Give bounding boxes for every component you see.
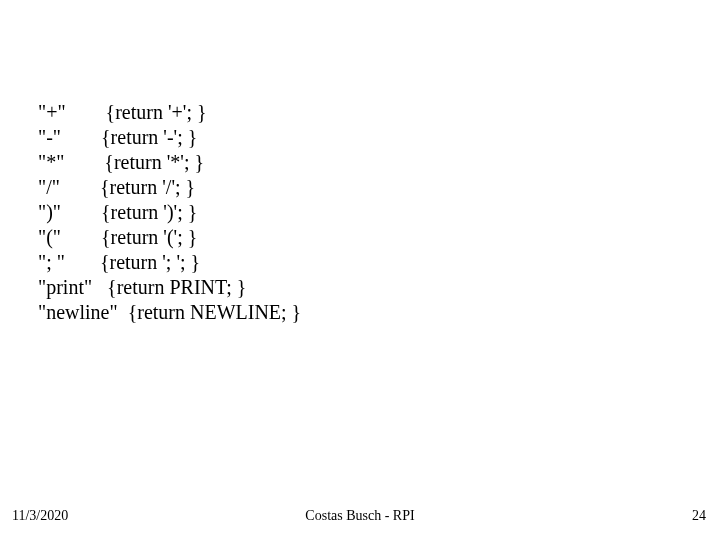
code-line: "newline" {return NEWLINE; } <box>38 300 301 325</box>
footer-page-number: 24 <box>692 508 706 524</box>
code-line: "+" {return '+'; } <box>38 100 301 125</box>
code-line: "; " {return '; '; } <box>38 250 301 275</box>
code-line: "/" {return '/'; } <box>38 175 301 200</box>
code-line: "(" {return '('; } <box>38 225 301 250</box>
code-line: "*" {return '*'; } <box>38 150 301 175</box>
code-line: "-" {return '-'; } <box>38 125 301 150</box>
code-line: "print" {return PRINT; } <box>38 275 301 300</box>
slide-body: "+" {return '+'; } "-" {return '-'; } "*… <box>38 100 301 325</box>
footer-date: 11/3/2020 <box>12 508 68 524</box>
footer-author: Costas Busch - RPI <box>305 508 414 524</box>
code-line: ")" {return ')'; } <box>38 200 301 225</box>
